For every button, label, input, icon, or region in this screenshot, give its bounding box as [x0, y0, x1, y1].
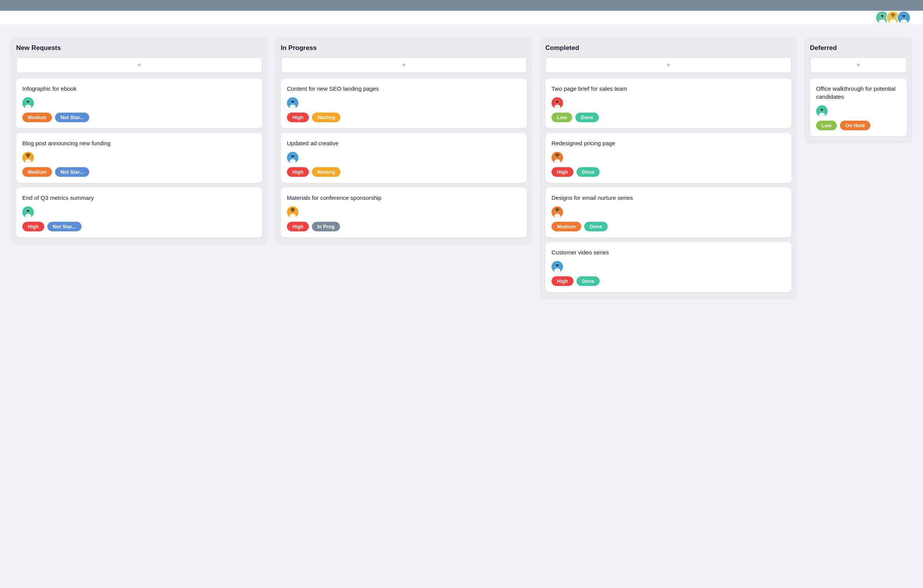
card-avatar-card-3	[22, 206, 34, 218]
card-avatar-card-11	[816, 105, 828, 117]
card-title-card-8: Redesigned pricing page	[551, 139, 785, 147]
card-title-card-7: Two page brief for sales team	[551, 85, 785, 93]
header	[0, 11, 923, 25]
badge-done-card-9: Done	[584, 222, 608, 231]
card-badges-card-6: HighIn Prog	[287, 222, 521, 231]
card-title-card-3: End of Q3 metrics summary	[22, 194, 256, 202]
column-deferred: Deferred+Office walkthrough for potentia…	[805, 37, 912, 143]
svg-point-2	[879, 19, 886, 24]
badge-waiting-card-5: Waiting	[312, 167, 340, 177]
badge-high-card-6: High	[287, 222, 309, 231]
svg-rect-19	[27, 101, 30, 102]
card-card-3[interactable]: End of Q3 metrics summaryHighNot Star...	[16, 188, 262, 238]
card-badges-card-2: MediumNot Star...	[22, 167, 256, 177]
svg-rect-29	[27, 210, 30, 211]
card-card-10[interactable]: Customer video seriesHighDone	[545, 242, 791, 292]
card-badges-card-4: HighWaiting	[287, 113, 521, 122]
svg-rect-4	[881, 15, 883, 17]
header-avatars	[875, 11, 911, 25]
card-avatar-card-8	[551, 152, 563, 163]
badge-high-card-10: High	[551, 276, 573, 286]
card-badges-card-10: HighDone	[551, 276, 785, 286]
svg-rect-49	[556, 101, 559, 102]
svg-point-54	[555, 154, 560, 156]
card-card-2[interactable]: Blog post announcing new fundingMediumNo…	[16, 133, 262, 183]
card-card-11[interactable]: Office walkthrough for potential candida…	[810, 78, 907, 136]
card-title-card-9: Designs for email nurture series	[551, 194, 785, 202]
svg-point-24	[26, 154, 30, 156]
card-card-7[interactable]: Two page brief for sales teamLowDone	[545, 78, 791, 128]
column-title-deferred: Deferred	[810, 44, 907, 52]
card-title-card-6: Materials for conference sponsorship	[287, 194, 521, 202]
svg-point-9	[891, 13, 895, 16]
card-avatar-card-10	[551, 261, 563, 272]
card-avatar-card-1	[22, 97, 34, 109]
card-avatar-card-6	[287, 206, 298, 218]
column-title-completed: Completed	[545, 44, 791, 52]
badge-high-card-5: High	[287, 167, 309, 177]
card-badges-card-8: HighDone	[551, 167, 785, 177]
svg-point-12	[900, 19, 907, 24]
badge-waiting-card-4: Waiting	[312, 113, 340, 122]
badge-medium-card-2: Medium	[22, 167, 52, 177]
card-title-card-4: Content for new SEO landing pages	[287, 85, 521, 93]
card-card-1[interactable]: Infographic for ebookMediumNot Star...	[16, 78, 262, 128]
card-card-5[interactable]: Updated ad creativeHighWaiting	[281, 133, 527, 183]
svg-point-44	[290, 208, 295, 211]
card-avatar-card-5	[287, 152, 298, 163]
card-card-4[interactable]: Content for new SEO landing pagesHighWai…	[281, 78, 527, 128]
card-card-8[interactable]: Redesigned pricing pageHighDone	[545, 133, 791, 183]
badge-done-card-7: Done	[575, 113, 599, 122]
svg-rect-64	[555, 264, 559, 266]
add-card-button-completed[interactable]: +	[545, 57, 791, 73]
column-in-progress: In Progress+Content for new SEO landing …	[275, 37, 532, 244]
card-card-6[interactable]: Materials for conference sponsorshipHigh…	[281, 188, 527, 238]
card-badges-card-7: LowDone	[551, 113, 785, 122]
badge-not-started-card-2: Not Star...	[55, 167, 89, 177]
badge-done-card-10: Done	[576, 276, 600, 286]
badge-low-card-7: Low	[551, 113, 572, 122]
add-card-button-deferred[interactable]: +	[810, 57, 907, 73]
card-avatar-card-9	[551, 206, 563, 218]
badge-done-card-8: Done	[576, 167, 600, 177]
badge-not-started-card-3: Not Star...	[47, 222, 82, 231]
badge-high-card-3: High	[22, 222, 44, 231]
column-title-in-progress: In Progress	[281, 44, 527, 52]
card-badges-card-11: LowOn Hold	[816, 121, 901, 130]
badge-high-card-8: High	[551, 167, 573, 177]
card-title-card-11: Office walkthrough for potential candida…	[816, 85, 901, 101]
card-card-9[interactable]: Designs for email nurture seriesMediumDo…	[545, 188, 791, 238]
badge-high-card-4: High	[287, 113, 309, 122]
badge-medium-card-1: Medium	[22, 113, 52, 122]
svg-rect-39	[291, 155, 295, 156]
card-badges-card-9: MediumDone	[551, 222, 785, 231]
card-badges-card-3: HighNot Star...	[22, 222, 256, 231]
add-card-button-in-progress[interactable]: +	[281, 57, 527, 73]
svg-rect-69	[820, 109, 823, 110]
card-avatar-card-4	[287, 97, 298, 109]
header-avatar-3[interactable]	[897, 11, 911, 25]
card-title-card-1: Infographic for ebook	[22, 85, 256, 93]
top-bar	[0, 0, 923, 11]
column-title-new-requests: New Requests	[16, 44, 262, 52]
svg-rect-14	[902, 15, 906, 17]
card-avatar-card-2	[22, 152, 34, 163]
column-completed: Completed+Two page brief for sales teamL…	[540, 37, 797, 299]
badge-in-progress-card-6: In Prog	[312, 222, 340, 231]
board: New Requests+Infographic for ebookMedium…	[0, 25, 923, 311]
badge-not-started-card-1: Not Star...	[55, 113, 89, 122]
card-badges-card-5: HighWaiting	[287, 167, 521, 177]
column-new-requests: New Requests+Infographic for ebookMedium…	[11, 37, 268, 244]
badge-on-hold-card-11: On Hold	[840, 121, 870, 130]
card-title-card-5: Updated ad creative	[287, 139, 521, 147]
add-card-button-new-requests[interactable]: +	[16, 57, 262, 73]
card-title-card-10: Customer video series	[551, 248, 785, 256]
svg-point-7	[890, 19, 896, 24]
badge-low-card-11: Low	[816, 121, 837, 130]
svg-rect-34	[291, 101, 295, 102]
card-avatar-card-7	[551, 97, 563, 109]
badge-medium-card-9: Medium	[551, 222, 581, 231]
card-badges-card-1: MediumNot Star...	[22, 113, 256, 122]
card-title-card-2: Blog post announcing new funding	[22, 139, 256, 147]
svg-point-59	[555, 208, 560, 211]
